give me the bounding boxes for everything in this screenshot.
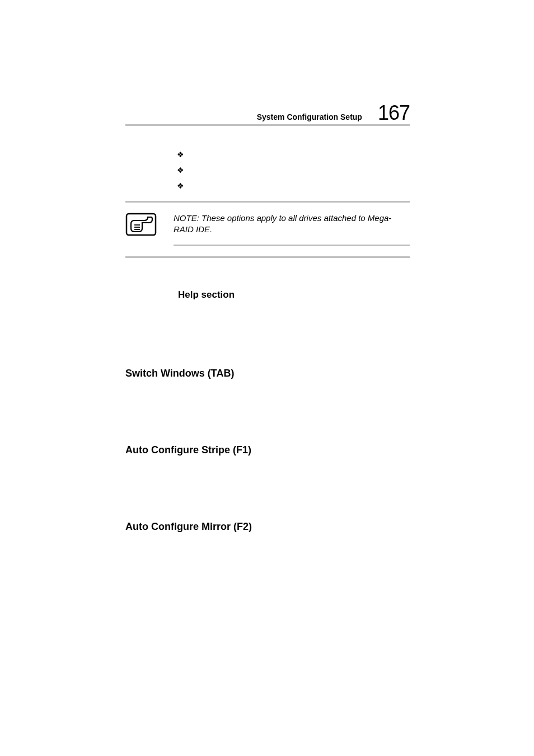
section-heading-auto-stripe: Auto Configure Stripe (F1) xyxy=(125,444,410,456)
bullet-item: ❖ xyxy=(177,151,410,158)
page-number: 167 xyxy=(378,103,410,123)
note-text: NOTE: These options apply to all drives … xyxy=(174,213,410,236)
page-header: System Configuration Setup 167 xyxy=(125,103,410,126)
bullet-item: ❖ xyxy=(177,182,410,190)
help-section-heading: Help section xyxy=(178,289,410,300)
note-block: NOTE: These options apply to all drives … xyxy=(125,201,410,258)
bullet-list: ❖ ❖ ❖ xyxy=(177,151,410,190)
header-title: System Configuration Setup xyxy=(257,112,362,121)
bullet-item: ❖ xyxy=(177,166,410,174)
section-heading-switch-windows: Switch Windows (TAB) xyxy=(125,368,410,379)
section-heading-auto-mirror: Auto Configure Mirror (F2) xyxy=(125,521,410,533)
note-text-container: NOTE: These options apply to all drives … xyxy=(174,213,410,246)
pointing-hand-icon xyxy=(125,213,157,236)
page-content: System Configuration Setup 167 ❖ ❖ ❖ NOT… xyxy=(125,103,410,533)
